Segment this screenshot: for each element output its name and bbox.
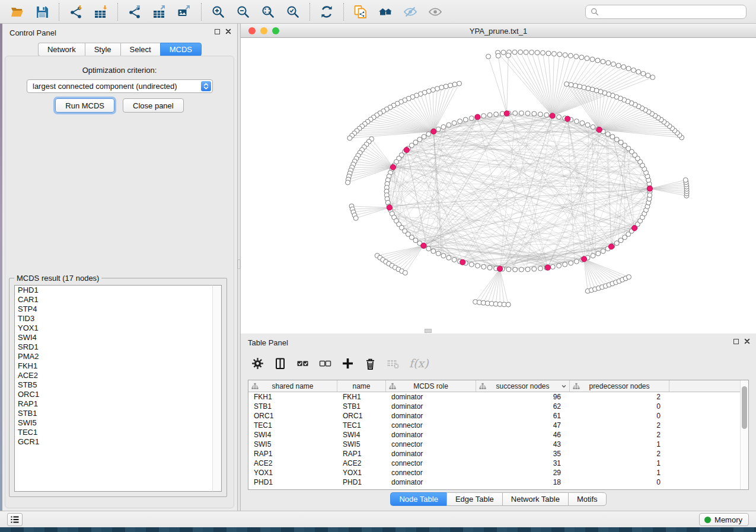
table-cell[interactable]: 96: [476, 392, 570, 402]
table-scrollbar[interactable]: [740, 380, 748, 489]
table-cell[interactable]: 0: [570, 411, 669, 421]
mcds-result-item[interactable]: YOX1: [15, 323, 212, 333]
table-cell[interactable]: SWI5: [248, 440, 337, 449]
table-cell[interactable]: 0: [570, 477, 669, 487]
mcds-result-item[interactable]: PMA2: [15, 352, 212, 361]
search-field[interactable]: [585, 5, 747, 19]
table-cell[interactable]: ACE2: [248, 459, 337, 468]
table-cell[interactable]: 1: [570, 440, 669, 449]
table-cell[interactable]: dominator: [386, 430, 476, 440]
tab-mcds[interactable]: MCDS: [160, 43, 202, 56]
zoom-out-button[interactable]: [234, 3, 252, 21]
create-column-button[interactable]: [342, 356, 354, 370]
column-header-name[interactable]: name: [337, 380, 386, 392]
deselect-all-columns-button[interactable]: [319, 356, 331, 370]
close-panel-icon[interactable]: [225, 28, 231, 34]
column-header-predecessor-nodes[interactable]: predecessor nodes: [570, 380, 669, 392]
table-cell[interactable]: 2: [570, 449, 669, 459]
mcds-result-item[interactable]: SRD1: [15, 342, 212, 352]
import-network-button[interactable]: [67, 3, 85, 21]
column-header-MCDS-role[interactable]: MCDS role: [386, 380, 476, 392]
table-cell[interactable]: ORC1: [337, 411, 386, 421]
mcds-result-item[interactable]: SWI5: [15, 418, 212, 428]
table-cell[interactable]: STB1: [248, 402, 337, 411]
table-cell[interactable]: STB1: [337, 402, 386, 411]
table-cell[interactable]: connector: [386, 440, 476, 449]
table-cell[interactable]: 29: [476, 468, 570, 477]
table-row[interactable]: ORC1ORC1dominator610: [248, 411, 740, 421]
tab-motifs[interactable]: Motifs: [568, 492, 607, 506]
zoom-selected-button[interactable]: [284, 3, 302, 21]
tab-node-table[interactable]: Node Table: [390, 492, 446, 506]
table-mode-gear-button[interactable]: [251, 356, 264, 370]
criterion-select[interactable]: largest connected component (undirected): [27, 79, 213, 93]
table-row[interactable]: TEC1TEC1connector472: [248, 421, 740, 430]
table-row[interactable]: SWI5SWI5connector431: [248, 440, 740, 449]
table-cell[interactable]: 61: [476, 411, 570, 421]
mcds-result-item[interactable]: ORC1: [15, 390, 212, 399]
tab-style[interactable]: Style: [85, 43, 120, 56]
mcds-list-scrollbar[interactable]: [212, 285, 222, 492]
table-cell[interactable]: connector: [386, 421, 476, 430]
tab-network[interactable]: Network: [38, 43, 85, 56]
duplicate-network-button[interactable]: [352, 3, 369, 21]
refresh-button[interactable]: [318, 3, 336, 21]
select-all-columns-button[interactable]: [296, 356, 309, 370]
network-canvas[interactable]: [241, 38, 756, 334]
table-cell[interactable]: dominator: [386, 411, 476, 421]
table-cell[interactable]: TEC1: [248, 421, 337, 430]
search-input[interactable]: [602, 8, 741, 17]
table-cell[interactable]: 31: [476, 459, 570, 468]
table-cell[interactable]: connector: [386, 468, 476, 477]
mcds-result-item[interactable]: STB5: [15, 380, 212, 390]
table-cell[interactable]: 2: [570, 392, 669, 402]
show-all-button[interactable]: [426, 3, 444, 21]
table-cell[interactable]: 35: [476, 449, 570, 459]
table-cell[interactable]: TEC1: [337, 421, 386, 430]
task-history-button[interactable]: [7, 513, 23, 526]
tab-edge-table[interactable]: Edge Table: [446, 492, 502, 506]
table-cell[interactable]: 47: [476, 421, 570, 430]
tab-network-table[interactable]: Network Table: [502, 492, 568, 506]
table-row[interactable]: ACE2ACE2connector311: [248, 459, 740, 468]
table-cell[interactable]: dominator: [386, 477, 476, 487]
zoom-fit-button[interactable]: [259, 3, 277, 21]
mcds-result-item[interactable]: FKH1: [15, 361, 212, 371]
mcds-result-item[interactable]: GCR1: [15, 437, 212, 447]
sort-chevron-icon[interactable]: [561, 383, 567, 389]
table-cell[interactable]: YOX1: [248, 468, 337, 477]
table-row[interactable]: YOX1YOX1connector291: [248, 468, 740, 477]
export-network-button[interactable]: [126, 3, 143, 21]
export-table-button[interactable]: [151, 3, 168, 21]
close-panel-icon[interactable]: [744, 338, 750, 344]
table-cell[interactable]: PHD1: [248, 477, 337, 487]
table-cell[interactable]: PHD1: [337, 477, 386, 487]
table-cell[interactable]: 18: [476, 477, 570, 487]
tab-select[interactable]: Select: [120, 43, 160, 56]
table-scrollbar-thumb[interactable]: [742, 386, 747, 429]
vertical-splitter-grip[interactable]: [238, 259, 240, 269]
table-row[interactable]: SWI4SWI4dominator462: [248, 430, 740, 440]
table-row[interactable]: RAP1RAP1dominator352: [248, 449, 740, 459]
run-mcds-button[interactable]: Run MCDS: [55, 98, 114, 113]
mcds-result-item[interactable]: TID3: [15, 314, 212, 323]
table-cell[interactable]: 0: [570, 402, 669, 411]
table-cell[interactable]: ACE2: [337, 459, 386, 468]
table-cell[interactable]: SWI4: [337, 430, 386, 440]
hide-selected-button[interactable]: [401, 3, 419, 21]
table-cell[interactable]: 43: [476, 440, 570, 449]
table-cell[interactable]: SWI5: [337, 440, 386, 449]
mcds-result-item[interactable]: PHD1: [15, 286, 212, 295]
table-cell[interactable]: RAP1: [248, 449, 337, 459]
table-cell[interactable]: dominator: [386, 392, 476, 402]
horizontal-splitter-grip[interactable]: [425, 329, 432, 333]
table-cell[interactable]: FKH1: [337, 392, 386, 402]
table-cell[interactable]: dominator: [386, 402, 476, 411]
table-cell[interactable]: 2: [570, 421, 669, 430]
column-header-successor-nodes[interactable]: successor nodes: [476, 380, 570, 392]
show-columns-button[interactable]: [274, 356, 286, 370]
mcds-result-item[interactable]: TEC1: [15, 428, 212, 437]
mcds-result-item[interactable]: SWI4: [15, 333, 212, 342]
column-header-shared-name[interactable]: shared name: [248, 380, 337, 392]
mcds-result-item[interactable]: ACE2: [15, 371, 212, 380]
